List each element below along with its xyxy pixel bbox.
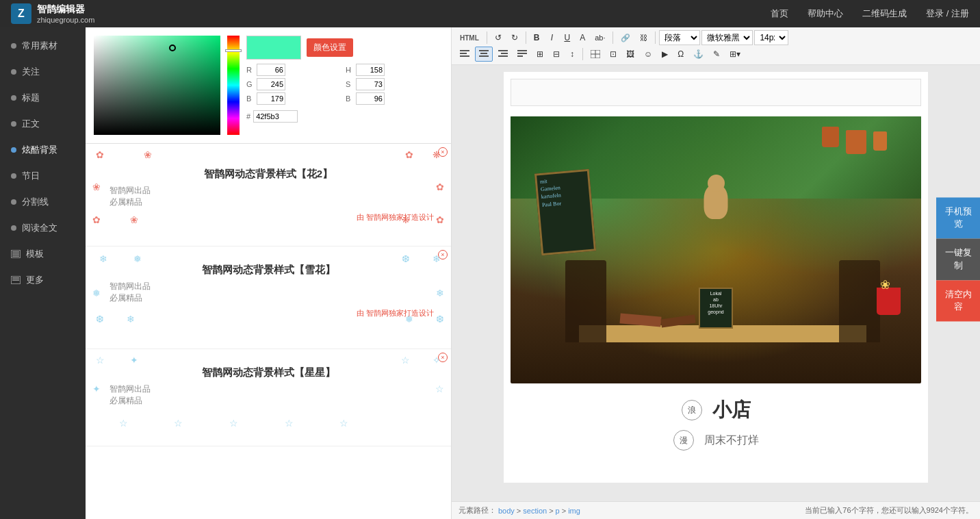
g-input-row: G (246, 78, 344, 90)
sep-5 (582, 48, 583, 60)
align-left-button[interactable] (456, 47, 474, 62)
svg-rect-15 (517, 53, 527, 54)
hex-input[interactable] (253, 110, 298, 123)
anchor-button[interactable]: ⚓ (689, 47, 708, 62)
table-button[interactable] (586, 47, 604, 62)
s-label: S (346, 80, 354, 88)
underline-button[interactable]: U (560, 30, 574, 45)
star-decor-4: ✧ (433, 355, 441, 366)
s-input[interactable] (356, 78, 385, 90)
html-button[interactable]: HTML (456, 30, 483, 45)
sidebar-item-template[interactable]: 模板 (0, 241, 86, 267)
h-input[interactable] (356, 64, 385, 76)
media-button[interactable]: ▶ (658, 47, 672, 62)
nav-links: 首页 帮助中心 二维码生成 (771, 8, 907, 20)
sidebar-item-title[interactable]: 标题 (0, 85, 86, 111)
link-button[interactable]: 🔗 (617, 30, 634, 45)
undo-button[interactable]: ↺ (491, 30, 506, 45)
emoji-button[interactable]: ☺ (640, 47, 656, 62)
snow-decor-5: ❅ (92, 288, 101, 299)
template-item-flower[interactable]: × ✿ ❀ ✿ ❋ ❀ ✿ ✿ ❀ ❋ ✿ 智鹊网动态背景样式【花2】 智鹊网出… (86, 144, 451, 246)
sidebar-item-common[interactable]: 常用素材 (0, 33, 86, 59)
clear-format-button[interactable]: ✎ (709, 47, 724, 62)
table-ops-button[interactable]: ⊡ (606, 47, 621, 62)
clear-content-button[interactable]: 清空内容 (936, 280, 980, 321)
flower-decor-7: ✿ (92, 214, 101, 225)
color-set-button[interactable]: 颜色设置 (307, 38, 353, 57)
caption-char-1: 浪 (688, 405, 696, 416)
sidebar-item-attention[interactable]: 关注 (0, 59, 86, 85)
font-select[interactable]: 微软雅黑 宋体 (701, 30, 753, 45)
svg-rect-5 (460, 50, 469, 51)
template-item-snow[interactable]: × ❄ ❅ ❆ ❄ ❅ ❄ ❆ ❄ ❅ ❆ 智鹊网动态背景样式【雪花】 智鹊网出… (86, 246, 451, 349)
phone-preview-button[interactable]: 手机预览 (936, 197, 980, 238)
r-input[interactable] (257, 64, 285, 76)
valign-button[interactable]: ⊞ (532, 47, 547, 62)
align-justify-button[interactable] (513, 47, 531, 62)
sidebar-label-bg: 炫酷背景 (22, 144, 57, 156)
template-item-star[interactable]: × ☆ ✦ ☆ ✧ ✦ ☆ 智鹊网动态背景样式【星星】 智鹊网出品 必属精品 ☆… (86, 349, 451, 446)
svg-rect-6 (460, 53, 467, 54)
sidebar-label-attention: 关注 (22, 66, 40, 78)
sidebar-item-body[interactable]: 正文 (0, 111, 86, 137)
sidebar-item-holiday[interactable]: 节日 (0, 163, 86, 189)
statusbar-body-link[interactable]: body (498, 507, 515, 515)
italic-button[interactable]: I (545, 30, 558, 45)
box-icon (11, 276, 21, 284)
sidebar-item-bg[interactable]: 炫酷背景 (0, 137, 86, 163)
hue-slider[interactable] (227, 36, 240, 135)
color-preview (246, 36, 301, 60)
highlight-button[interactable]: ab· (591, 30, 609, 45)
template-quality-snow: 必属精品 (96, 292, 441, 304)
toolbar-row-2: ⊞ ⊟ ↕ ⊡ 🖼 ☺ ▶ Ω ⚓ ✎ ⊞▾ (456, 47, 976, 62)
template-title-star: 智鹊网动态背景样式【星星】 (202, 366, 335, 379)
cafe-image-section: mitGamelenkartofelnPaul Bor Lokalab18Uhr… (511, 116, 921, 464)
main-layout: 常用素材 关注 标题 正文 炫酷背景 节日 分割线 阅读全文 (0, 27, 980, 519)
title-input-area[interactable] (511, 79, 921, 106)
color-gradient[interactable] (94, 36, 220, 135)
sidebar-item-divider[interactable]: 分割线 (0, 189, 86, 215)
svg-rect-1 (12, 253, 19, 255)
caption-main-text: 小店 (712, 397, 751, 423)
brt-input[interactable] (356, 92, 385, 105)
more-tools-button[interactable]: ⊞▾ (725, 47, 745, 62)
nav-login[interactable]: 登录 / 注册 (926, 8, 969, 20)
sidebar-item-more[interactable]: 更多 (0, 267, 86, 293)
flower-decor-2: ❀ (144, 149, 152, 160)
hex-label: # (246, 112, 250, 121)
lineheight-button[interactable]: ↕ (565, 47, 579, 62)
editor-content: mitGamelenkartofelnPaul Bor Lokalab18Uhr… (452, 65, 980, 501)
redo-button[interactable]: ↻ (507, 30, 522, 45)
svg-rect-14 (517, 50, 527, 51)
format-select[interactable]: 段落 标题1 (659, 30, 700, 45)
align-center-button[interactable] (475, 47, 493, 62)
svg-rect-11 (498, 50, 508, 51)
svg-rect-3 (12, 277, 19, 279)
sidebar-label-title: 标题 (22, 92, 40, 104)
right-float-buttons: 手机预览 一键复制 清空内容 (936, 197, 980, 321)
template-brand-snow: 智鹊网出品 (96, 281, 441, 292)
image-button[interactable]: 🖼 (622, 47, 639, 62)
statusbar-p-link[interactable]: p (556, 507, 560, 515)
star-decor-3: ☆ (401, 355, 410, 366)
color-gradient-cursor (169, 45, 176, 51)
toolbar-row-1: HTML ↺ ↻ B I U A ab· 🔗 ⛓ 段落 标题1 微软 (456, 30, 976, 45)
statusbar-img-link[interactable]: img (568, 507, 580, 515)
bold-button[interactable]: B (530, 30, 544, 45)
unlink-button[interactable]: ⛓ (636, 30, 652, 45)
g-input[interactable] (257, 78, 285, 90)
statusbar-section-link[interactable]: section (523, 507, 547, 515)
one-click-copy-button[interactable]: 一键复制 (936, 239, 980, 280)
snow-decor-9: ❅ (405, 314, 413, 325)
template-quality-flower: 必属精品 (96, 197, 441, 208)
special-char-button[interactable]: Ω (673, 47, 688, 62)
sidebar-item-readmore[interactable]: 阅读全文 (0, 215, 86, 241)
b-input[interactable] (257, 92, 285, 105)
nav-home[interactable]: 首页 (771, 8, 788, 20)
nav-help[interactable]: 帮助中心 (808, 8, 843, 20)
align-right-button[interactable] (494, 47, 512, 62)
size-select[interactable]: 14px 12px 16px (754, 30, 788, 45)
nav-qrcode[interactable]: 二维码生成 (862, 8, 907, 20)
font-color-button[interactable]: A (576, 30, 589, 45)
indent-button[interactable]: ⊟ (549, 47, 564, 62)
